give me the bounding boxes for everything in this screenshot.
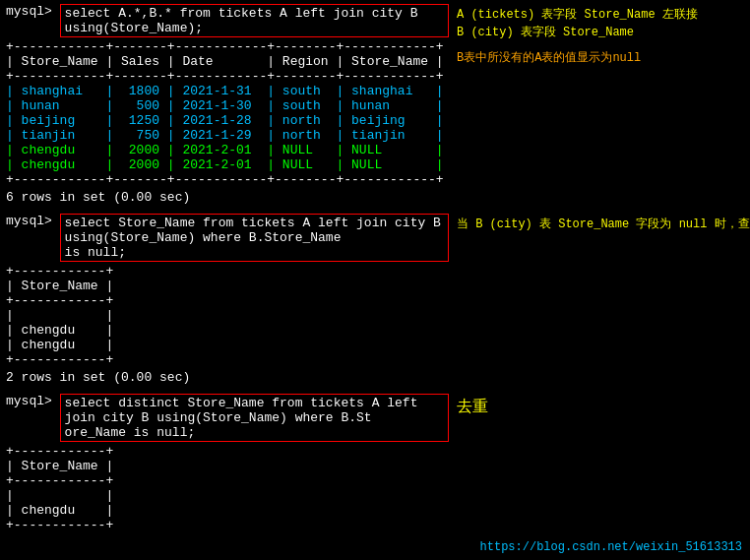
section2-prompt-line: mysql> select Store_Name from tickets A … (6, 214, 449, 262)
section1-border-top: +------------+-------+------------+-----… (6, 39, 449, 54)
section1-row-6: | chengdu | 2000 | 2021-2-01 | NULL | NU… (6, 157, 449, 172)
section-1: mysql> select A.*,B.* from tickets A lef… (6, 4, 744, 208)
section3-sql: select distinct Store_Name from tickets … (60, 394, 449, 442)
section3-border-top: +------------+ (6, 444, 449, 459)
section3-left: mysql> select distinct Store_Name from t… (6, 394, 449, 534)
section2-border-top: +------------+ (6, 264, 449, 279)
section2-row-1: | chengdu | (6, 323, 449, 338)
section1-row-3: | beijing | 1250 | 2021-1-28 | north | b… (6, 113, 449, 128)
section2-border-bottom: +------------+ (6, 352, 449, 367)
section3-prompt-line: mysql> select distinct Store_Name from t… (6, 394, 449, 442)
section2-header-border: +------------+ (6, 293, 449, 308)
section3-border-bottom: +------------+ (6, 518, 449, 532)
section2-row-empty1: | | (6, 308, 449, 323)
section1-sql: select A.*,B.* from tickets A left join … (60, 4, 449, 37)
section1-row-2: | hunan | 500 | 2021-1-30 | south | huna… (6, 98, 449, 113)
section3-header: | Store_Name | (6, 459, 449, 473)
mysql-prompt-1: mysql> (6, 4, 60, 19)
section2-annotation: 当 B (city) 表 Store_Name 字段为 null 时，查询 A … (449, 214, 750, 233)
section3-row-1: | chengdu | (6, 503, 449, 518)
section2-left: mysql> select Store_Name from tickets A … (6, 214, 449, 388)
section2-result-count: 2 rows in set (0.00 sec) (6, 370, 449, 385)
section-2: mysql> select Store_Name from tickets A … (6, 214, 744, 388)
section2-sql: select Store_Name from tickets A left jo… (60, 214, 449, 262)
mysql-prompt-3: mysql> (6, 394, 60, 408)
section1-row-4: | tianjin | 750 | 2021-1-29 | north | ti… (6, 128, 449, 143)
section3-annotation: 去重 (449, 394, 744, 419)
section3-ann-dedup: 去重 (457, 396, 744, 419)
section1-header-border: +------------+-------+------------+-----… (6, 69, 449, 84)
section3-row-empty1: | | (6, 488, 449, 503)
footer-url: https://blog.csdn.net/weixin_51613313 (480, 540, 742, 554)
section2-table: +------------+ | Store_Name | +---------… (6, 264, 449, 367)
section1-table: +------------+-------+------------+-----… (6, 39, 449, 187)
section1-ann-line1: A (tickets) 表字段 Store_Name 左联接 (457, 6, 744, 24)
section2-ann-line1: 当 B (city) 表 Store_Name 字段为 null 时，查询 A … (457, 216, 750, 233)
section1-prompt-line: mysql> select A.*,B.* from tickets A lef… (6, 4, 449, 37)
section1-result-count: 6 rows in set (0.00 sec) (6, 190, 449, 205)
section1-row-5: | chengdu | 2000 | 2021-2-01 | NULL | NU… (6, 143, 449, 157)
section1-ann-orange: B表中所没有的A表的值显示为null (457, 49, 744, 67)
section2-header: | Store_Name | (6, 279, 449, 293)
section3-header-border: +------------+ (6, 473, 449, 488)
section1-header: | Store_Name | Sales | Date | Region | S… (6, 54, 449, 69)
section1-left: mysql> select A.*,B.* from tickets A lef… (6, 4, 449, 208)
section3-table: +------------+ | Store_Name | +---------… (6, 444, 449, 532)
section1-border-bottom: +------------+-------+------------+-----… (6, 172, 449, 187)
mysql-prompt-2: mysql> (6, 214, 60, 228)
section1-row-1: | shanghai | 1800 | 2021-1-31 | south | … (6, 84, 449, 98)
section1-annotation: A (tickets) 表字段 Store_Name 左联接 B (city) … (449, 4, 744, 67)
section1-ann-line2: B (city) 表字段 Store_Name (457, 24, 744, 41)
section-3: mysql> select distinct Store_Name from t… (6, 394, 744, 534)
section2-row-2: | chengdu | (6, 338, 449, 352)
